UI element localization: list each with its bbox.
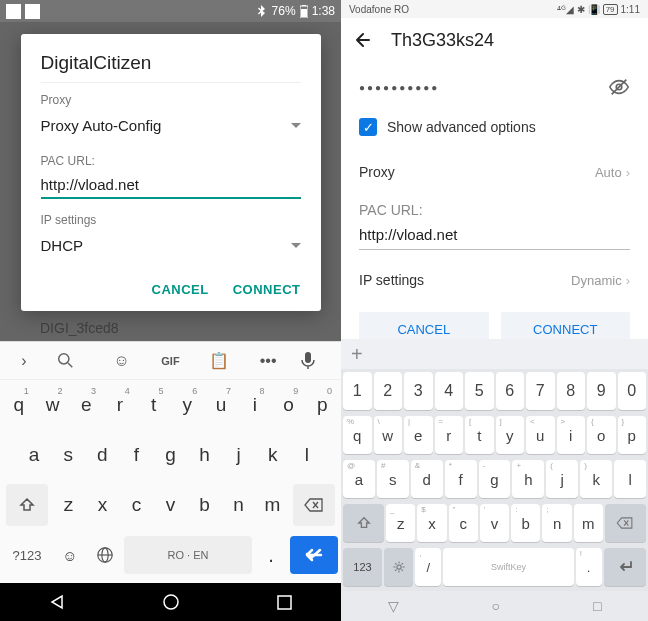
nav-home-icon[interactable] (162, 593, 180, 611)
key-y[interactable]: ]y (496, 416, 525, 454)
key-m[interactable]: m (256, 484, 288, 526)
pac-url-input[interactable] (41, 172, 301, 199)
key-m[interactable]: m (574, 504, 603, 542)
key-w[interactable]: \w (374, 416, 403, 454)
eye-off-icon[interactable] (608, 76, 630, 98)
key-9[interactable]: 9 (587, 372, 616, 410)
cancel-button[interactable]: CANCEL (152, 282, 209, 297)
key-5[interactable]: 5 (465, 372, 494, 410)
key-c[interactable]: "c (449, 504, 478, 542)
key-n[interactable]: ;n (542, 504, 571, 542)
key-z[interactable]: _z (386, 504, 415, 542)
key-1[interactable]: 1 (343, 372, 372, 410)
key-r[interactable]: 4r (104, 384, 136, 426)
password-field[interactable]: ●●●●●●●●●● (359, 82, 439, 93)
key-a[interactable]: @a (343, 460, 375, 498)
kb-more-icon[interactable]: ••• (252, 352, 284, 370)
key-v[interactable]: v (155, 484, 187, 526)
key-4[interactable]: 4 (435, 372, 464, 410)
key-q[interactable]: 1q (3, 384, 35, 426)
nav-back-icon[interactable] (49, 594, 65, 610)
key-z[interactable]: z (53, 484, 85, 526)
nav-home-icon[interactable]: ○ (492, 598, 500, 614)
key-t[interactable]: [t (465, 416, 494, 454)
key-p[interactable]: }p (618, 416, 647, 454)
symbols-key[interactable]: 123 (343, 548, 382, 586)
checkbox-checked-icon[interactable]: ✓ (359, 118, 377, 136)
key-w[interactable]: 2w (37, 384, 69, 426)
pac-url-input[interactable] (359, 222, 630, 250)
key-t[interactable]: 5t (138, 384, 170, 426)
settings-key[interactable] (384, 548, 413, 586)
enter-key[interactable] (604, 548, 646, 586)
proxy-select[interactable]: Proxy Auto-Config (41, 111, 301, 144)
nav-back-icon[interactable]: ▽ (388, 598, 399, 614)
period-key[interactable]: . (255, 534, 287, 576)
kb-clipboard-icon[interactable]: 📋 (203, 351, 235, 370)
key-p[interactable]: 0p (306, 384, 338, 426)
key-b[interactable]: b (189, 484, 221, 526)
dot-key[interactable]: !. (576, 548, 602, 586)
key-u[interactable]: <u (526, 416, 555, 454)
shift-key[interactable] (343, 504, 384, 542)
key-c[interactable]: c (121, 484, 153, 526)
connect-button[interactable]: CONNECT (233, 282, 301, 297)
key-j[interactable]: (j (546, 460, 578, 498)
space-key[interactable]: RO · EN (124, 536, 252, 574)
kb-search-icon[interactable] (57, 352, 89, 369)
kb-mic-icon[interactable] (301, 352, 333, 370)
key-s[interactable]: s (52, 434, 84, 476)
key-0[interactable]: 0 (618, 372, 647, 410)
ip-select[interactable]: DHCP (41, 231, 301, 264)
globe-key[interactable] (89, 534, 121, 576)
key-k[interactable]: k (257, 434, 289, 476)
key-3[interactable]: 3 (404, 372, 433, 410)
key-o[interactable]: 9o (273, 384, 305, 426)
kb-plus-row[interactable]: + (341, 339, 648, 369)
key-l[interactable]: l (614, 460, 646, 498)
space-key[interactable]: SwiftKey (443, 548, 573, 586)
key-n[interactable]: n (222, 484, 254, 526)
nav-recent-icon[interactable] (277, 595, 292, 610)
key-e[interactable]: |e (404, 416, 433, 454)
key-j[interactable]: j (223, 434, 255, 476)
key-2[interactable]: 2 (374, 372, 403, 410)
key-x[interactable]: $x (417, 504, 446, 542)
key-6[interactable]: 6 (496, 372, 525, 410)
show-advanced-row[interactable]: ✓ Show advanced options (359, 106, 630, 152)
backspace-key[interactable] (293, 484, 335, 526)
back-arrow-icon[interactable] (353, 30, 373, 50)
backspace-key[interactable] (605, 504, 646, 542)
proxy-row[interactable]: Proxy Auto› (359, 152, 630, 192)
key-8[interactable]: 8 (557, 372, 586, 410)
key-e[interactable]: 3e (70, 384, 102, 426)
key-f[interactable]: *f (445, 460, 477, 498)
key-o[interactable]: {o (587, 416, 616, 454)
key-d[interactable]: d (86, 434, 118, 476)
key-s[interactable]: #s (377, 460, 409, 498)
key-i[interactable]: 8i (239, 384, 271, 426)
emoji-key[interactable]: ☺ (54, 534, 86, 576)
key-7[interactable]: 7 (526, 372, 555, 410)
slash-key[interactable]: ,/ (415, 548, 441, 586)
kb-sticker-icon[interactable]: ☺ (106, 352, 138, 370)
kb-expand-icon[interactable]: › (8, 352, 40, 370)
ip-row[interactable]: IP settings Dynamic› (359, 260, 630, 300)
key-k[interactable]: )k (580, 460, 612, 498)
key-d[interactable]: &d (411, 460, 443, 498)
shift-key[interactable] (6, 484, 48, 526)
key-g[interactable]: -g (479, 460, 511, 498)
key-r[interactable]: =r (435, 416, 464, 454)
key-v[interactable]: 'v (480, 504, 509, 542)
key-q[interactable]: %q (343, 416, 372, 454)
key-i[interactable]: >i (557, 416, 586, 454)
key-g[interactable]: g (154, 434, 186, 476)
symbols-key[interactable]: ?123 (3, 534, 51, 576)
enter-key[interactable] (290, 536, 338, 574)
key-x[interactable]: x (87, 484, 119, 526)
kb-gif-icon[interactable]: GIF (154, 355, 186, 367)
key-y[interactable]: 6y (172, 384, 204, 426)
key-h[interactable]: +h (512, 460, 544, 498)
nav-recent-icon[interactable]: □ (593, 598, 601, 614)
key-u[interactable]: 7u (205, 384, 237, 426)
